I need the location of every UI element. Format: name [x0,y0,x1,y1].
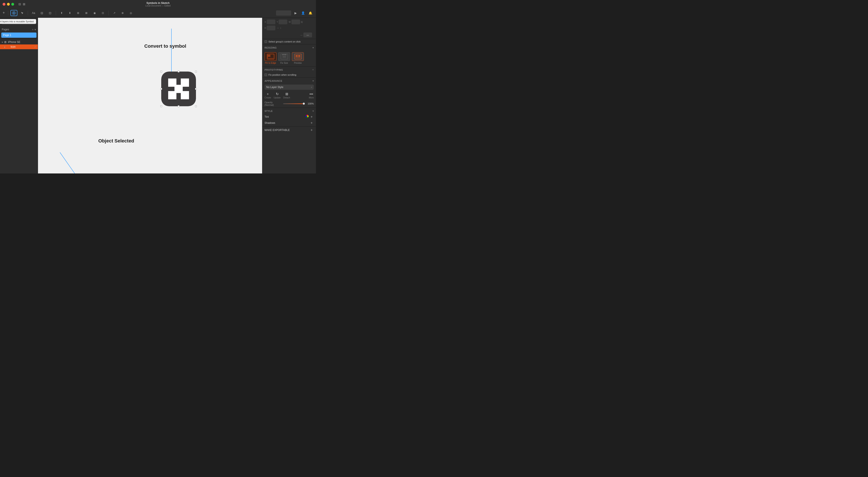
style-actions: + Create ↻ Update ⊠ Detach ••• More [262,91,316,100]
layout-tool-button[interactable]: ⊟ [38,10,45,16]
shadows-label: Shadows [265,122,275,125]
notifications-button[interactable]: 🔔 [307,10,313,16]
create-style-button[interactable]: + Create [265,92,271,99]
link-proportions-icon[interactable]: ⛓ [301,21,303,23]
style-collapse[interactable]: ▾ [312,109,314,112]
appearance-collapse[interactable]: ▾ [312,79,314,82]
add-button[interactable]: + [3,11,5,15]
panel-divider-2 [262,44,316,44]
sidebar-divider [0,38,38,38]
more-style-button[interactable]: ••• More [309,92,314,99]
toolbar-right: 514% ▶ 👤 🔔 [276,10,313,16]
rotation-input[interactable] [303,33,312,37]
preview-button[interactable]: Preview [292,52,304,64]
height-input[interactable]: 80 [267,26,275,30]
user-button[interactable]: 👤 [300,10,306,16]
layer-item-iphone-se[interactable]: ▾ ☰ iPhone SE [0,40,38,44]
panel-divider-5 [262,107,316,108]
play-button[interactable]: ▶ [292,10,299,16]
artboard-tool-button[interactable]: ⊡ [46,10,54,16]
page-item-page1[interactable]: Page 1 [1,33,36,38]
frame-icon: ☰ [4,40,7,43]
grid-icon[interactable]: ⊞ [23,2,25,6]
panel-divider-3 [262,66,316,67]
pages-section: Pages + ▾ [0,27,38,33]
add-page-button[interactable]: + [32,28,34,31]
canvas[interactable]: Convert to symbol [38,18,262,173]
add-shadow-button[interactable]: + [309,121,314,125]
distribute-button[interactable]: ⊞ [75,10,82,16]
handle-bm[interactable] [178,105,180,107]
app-icon-wrapper[interactable] [161,72,196,106]
pin-to-edge-button[interactable]: Pin to Edge [265,52,276,64]
text-tool-button[interactable]: Aa [30,10,37,16]
opacity-thumb[interactable] [303,103,305,105]
fullscreen-button[interactable] [11,3,14,6]
zoom-input[interactable]: 514% [276,10,291,15]
layer-visibility-icon: ✓ [34,46,36,48]
rotate-button[interactable]: ◉ [91,10,98,16]
toolbar: + Convert layers into a reusable Symbol.… [0,8,316,18]
component-button[interactable]: ⊕ [119,10,126,16]
boolean-button[interactable]: ⊡ [99,10,106,16]
svg-rect-20 [299,55,300,57]
detach-style-button[interactable]: ⊠ Detach [283,92,290,99]
handle-tm[interactable] [178,71,180,72]
prototype-button[interactable]: ◎ [127,10,134,16]
layer-name-iphone-se: iPhone SE [8,40,21,43]
create-symbol-button[interactable] [10,10,18,16]
create-icon: + [267,92,269,96]
flip-v-icon[interactable]: ↕ [280,27,281,30]
resizing-collapse[interactable]: ▾ [312,46,314,49]
add-export-button[interactable]: + [309,128,314,132]
update-label: Update [274,97,281,99]
sidebar-search: 🔍 [0,18,38,27]
handle-tr[interactable] [195,71,197,72]
search-input[interactable] [2,20,36,25]
add-tint-button[interactable]: + [309,115,314,119]
tint-color-dot[interactable] [306,115,309,118]
app-icon [161,72,196,106]
resizing-title: RESIZING [265,46,277,49]
tint-label: Tint [265,115,269,118]
fix-position-checkbox[interactable] [265,73,267,76]
pages-chevron[interactable]: ▾ [34,28,36,31]
style-title: STYLE [265,110,273,112]
handle-ml[interactable] [160,88,162,90]
scale-button[interactable]: ⊠ [83,10,90,16]
x-input[interactable]: 147 [267,20,275,24]
minimize-button[interactable] [7,3,10,6]
align-center-button[interactable]: ⬇ [66,10,73,16]
pin-to-edge-label: Pin to Edge [265,62,276,64]
width-input[interactable]: 80 [291,20,300,24]
symbol-btn-area: Convert layers into a reusable Symbol. [10,10,18,16]
fix-size-label: Fix Size [280,62,288,64]
pages-icon[interactable]: ⊟ [19,2,21,6]
y-coord-group: Y 298 [277,20,287,24]
select-group-checkbox[interactable] [265,40,267,43]
toolbar-separator-4 [108,11,109,15]
handle-br[interactable] [195,105,197,107]
rotation-label: — [300,34,303,36]
path-button[interactable]: ↗ [111,10,118,16]
close-button[interactable] [3,3,5,6]
arrow-tool-button[interactable] [19,10,26,16]
layer-style-dropdown[interactable]: No Layer Style ▾ [265,84,314,90]
handle-mr[interactable] [195,88,197,90]
layer-tree: ▾ ☰ iPhone SE ▸ Icon ✓ [0,39,38,173]
x-coord-group: X 147 [265,20,275,24]
prototyping-add[interactable]: + [312,68,314,71]
opacity-slider[interactable] [283,103,305,104]
layer-item-icon[interactable]: ▸ Icon ✓ [0,44,38,49]
make-exportable-label: MAKE EXPORTABLE [265,129,290,132]
resizing-header: RESIZING ▾ [262,45,316,50]
y-input[interactable]: 298 [279,20,287,24]
update-style-button[interactable]: ↻ Update [274,92,281,99]
handle-bl[interactable] [160,105,162,107]
handle-tl[interactable] [160,71,162,72]
align-top-button[interactable]: ⬆ [58,10,65,16]
preview-label: Preview [294,62,302,64]
shadows-row: Shadows + [262,120,316,126]
fix-size-button[interactable]: Fix Size [278,52,290,64]
flip-h-icon[interactable]: ↔ [277,27,279,30]
